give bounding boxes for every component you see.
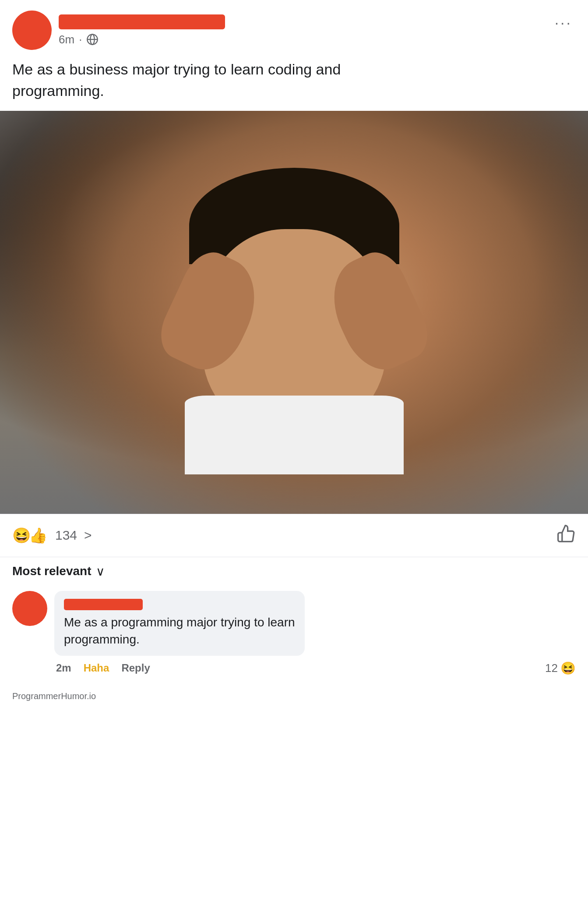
comment-avatar[interactable]: [12, 591, 47, 626]
post-time-row: 6m ·: [59, 33, 225, 46]
comment-body: Me as a programming major trying to lear…: [54, 591, 576, 675]
comment-reaction-count: 12: [545, 661, 558, 675]
meme-face: [163, 168, 426, 474]
username-redacted: [59, 14, 225, 29]
haha-button[interactable]: Haha: [84, 662, 109, 674]
comments-section: Most relevant ∨ Me as a programming majo…: [0, 557, 588, 675]
shirt-shape: [185, 396, 404, 474]
laugh-emoji: 😆: [12, 527, 31, 544]
comment-text: Me as a programming major trying to lear…: [64, 614, 295, 648]
reaction-left[interactable]: 😆 👍 134 >: [12, 527, 92, 544]
reaction-chevron: >: [84, 528, 92, 543]
more-options-button[interactable]: ···: [551, 11, 576, 35]
like-emoji: 👍: [29, 527, 47, 544]
comment-bubble: Me as a programming major trying to lear…: [54, 591, 305, 656]
sort-chevron: ∨: [96, 564, 105, 579]
comment-actions: 2m Haha Reply 12 😆: [54, 661, 576, 675]
reaction-emojis: 😆 👍: [12, 527, 46, 544]
post-meta: 6m ·: [59, 14, 225, 46]
sort-label: Most relevant: [12, 564, 92, 578]
meme-image: [0, 111, 588, 514]
separator: ·: [79, 33, 82, 46]
post-header: 6m · ···: [0, 0, 588, 55]
post-time: 6m: [59, 33, 74, 46]
watermark-text: ProgrammerHumor.io: [12, 691, 96, 701]
comment-item: Me as a programming major trying to lear…: [12, 591, 576, 675]
post-text: Me as a business major trying to learn c…: [0, 55, 588, 111]
reaction-count: 134: [55, 528, 77, 543]
comment-time: 2m: [56, 662, 71, 674]
post-text-content: Me as a business major trying to learn c…: [12, 61, 341, 99]
post-header-left: 6m ·: [12, 11, 225, 50]
avatar[interactable]: [12, 11, 52, 50]
globe-icon: [86, 33, 99, 46]
reaction-bar: 😆 👍 134 >: [0, 514, 588, 557]
watermark: ProgrammerHumor.io: [0, 684, 588, 708]
comment-reaction-right: 12 😆: [545, 661, 576, 675]
reply-button[interactable]: Reply: [121, 662, 150, 674]
comment-reaction-emoji: 😆: [560, 661, 576, 675]
like-button[interactable]: [556, 524, 576, 547]
comment-username-redacted: [64, 599, 143, 610]
thumbsup-icon: [556, 524, 576, 543]
meme-image-inner: [0, 111, 588, 514]
sort-row[interactable]: Most relevant ∨: [12, 564, 576, 579]
post-container: 6m · ··· Me as a business major trying t…: [0, 0, 588, 708]
